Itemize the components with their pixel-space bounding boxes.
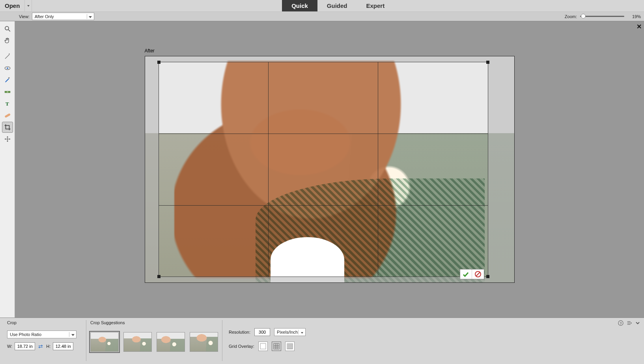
svg-text:?: ? xyxy=(620,321,622,325)
hand-icon xyxy=(4,37,11,44)
svg-rect-8 xyxy=(4,113,11,118)
crop-handle-top-right[interactable] xyxy=(486,61,489,64)
view-mode-dropdown[interactable]: After Only xyxy=(32,13,94,20)
canvas-area[interactable]: ✕ After xyxy=(15,21,644,318)
resolution-label: Resolution: xyxy=(229,330,250,334)
chevron-down-icon xyxy=(71,334,75,336)
crop-marquee[interactable] xyxy=(159,62,488,277)
panel-title: Crop xyxy=(7,320,82,325)
tab-guided[interactable]: Guided xyxy=(317,0,357,11)
tool-options-panel: Crop Use Photo Ratio W: ⇄ H: Crop Sugges… xyxy=(0,318,644,364)
svg-rect-12 xyxy=(274,344,279,349)
svg-line-1 xyxy=(8,30,10,32)
check-icon xyxy=(462,271,469,278)
help-icon[interactable]: ? xyxy=(618,320,623,327)
tab-quick[interactable]: Quick xyxy=(282,0,317,11)
suggestions-title: Crop Suggestions xyxy=(90,320,218,325)
eye-icon xyxy=(4,65,11,72)
crop-confirm-bar xyxy=(460,269,484,279)
chevron-down-icon xyxy=(301,332,303,334)
crop-suggestions xyxy=(90,332,218,352)
level-icon xyxy=(4,88,11,95)
view-bar: View: After Only Zoom: 19% xyxy=(0,11,644,21)
hand-tool[interactable] xyxy=(2,35,13,46)
resolution-units-dropdown[interactable]: Pixels/Inch xyxy=(274,328,306,336)
toolbox: T xyxy=(0,21,15,318)
magnifier-icon xyxy=(4,25,11,32)
height-label: H: xyxy=(46,344,50,349)
type-tool[interactable]: T xyxy=(2,98,13,109)
zoom-slider-knob[interactable] xyxy=(581,14,586,19)
aspect-ratio-value: Use Photo Ratio xyxy=(10,332,41,337)
tab-expert[interactable]: Expert xyxy=(357,0,394,11)
grid-overlay-label: Grid Overlay: xyxy=(229,344,254,349)
type-icon: T xyxy=(4,100,11,107)
height-input[interactable] xyxy=(53,342,73,350)
open-button[interactable]: Open xyxy=(0,0,25,11)
document-image[interactable] xyxy=(145,56,515,283)
crop-handle-top-left[interactable] xyxy=(157,61,161,64)
zoom-label: Zoom: xyxy=(565,14,577,19)
svg-rect-4 xyxy=(8,77,9,79)
crop-handle-bottom-left[interactable] xyxy=(157,275,161,278)
width-label: W: xyxy=(7,344,12,349)
bandage-icon xyxy=(4,112,11,119)
crop-suggestion-4[interactable] xyxy=(190,332,218,352)
resolution-units-value: Pixels/Inch xyxy=(277,330,298,334)
crop-tool[interactable] xyxy=(2,122,13,133)
crop-icon xyxy=(4,124,11,131)
svg-rect-11 xyxy=(260,344,266,349)
svg-rect-6 xyxy=(7,91,8,92)
mode-tabs: Quick Guided Expert xyxy=(282,0,394,11)
svg-text:T: T xyxy=(5,101,9,107)
crop-suggestion-1[interactable] xyxy=(90,332,119,352)
zoom-slider[interactable] xyxy=(580,16,624,17)
crop-suggestion-3[interactable] xyxy=(157,332,185,352)
svg-point-3 xyxy=(7,67,8,69)
redeye-tool[interactable] xyxy=(2,63,13,74)
chevron-down-icon xyxy=(89,16,92,18)
top-bar: Open Quick Guided Expert xyxy=(0,0,644,11)
svg-point-0 xyxy=(5,26,9,30)
panel-menu-icon[interactable] xyxy=(627,320,632,327)
crop-suggestion-2[interactable] xyxy=(123,332,152,352)
view-label: View: xyxy=(19,14,30,19)
move-tool[interactable] xyxy=(2,134,13,145)
commit-crop-button[interactable] xyxy=(460,269,472,279)
quick-select-tool[interactable] xyxy=(2,51,13,62)
spot-healing-tool[interactable] xyxy=(2,110,13,121)
grid-overlay-grid[interactable] xyxy=(285,342,295,351)
straighten-tool[interactable] xyxy=(2,86,13,97)
grid-overlay-none[interactable] xyxy=(258,342,268,351)
whiten-teeth-tool[interactable] xyxy=(2,74,13,85)
aspect-ratio-dropdown[interactable]: Use Photo Ratio xyxy=(7,331,77,338)
zoom-value: 19% xyxy=(628,14,641,19)
close-document-button[interactable]: ✕ xyxy=(637,23,642,30)
panel-right-icons: ? xyxy=(618,320,640,361)
move-icon xyxy=(4,136,11,143)
crop-handle-bottom-right[interactable] xyxy=(486,275,489,278)
cancel-crop-button[interactable] xyxy=(472,269,484,279)
svg-line-10 xyxy=(476,272,480,276)
swap-wh-button[interactable]: ⇄ xyxy=(37,343,44,349)
open-dropdown[interactable] xyxy=(25,0,32,11)
brush-icon xyxy=(4,76,11,84)
after-label: After xyxy=(145,48,155,54)
wand-icon xyxy=(4,53,11,60)
resolution-input[interactable] xyxy=(254,328,270,336)
width-input[interactable] xyxy=(15,342,35,350)
cancel-icon xyxy=(474,271,482,278)
grid-overlay-thirds[interactable] xyxy=(272,342,281,351)
collapse-panel-icon[interactable] xyxy=(635,320,640,327)
chevron-down-icon xyxy=(27,5,30,7)
view-mode-value: After Only xyxy=(35,14,54,19)
zoom-tool[interactable] xyxy=(2,23,13,34)
